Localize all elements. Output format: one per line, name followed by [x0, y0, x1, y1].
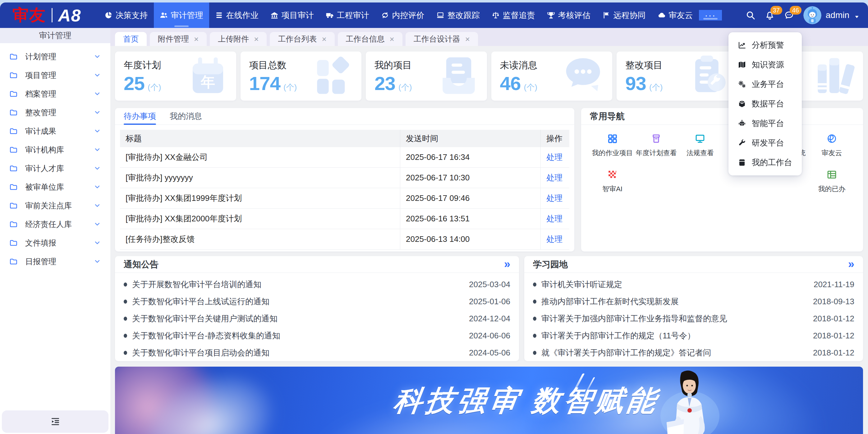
stat-card-0[interactable]: 年度计划25(个)年 [115, 52, 236, 101]
notification-bell-icon[interactable]: 37 [765, 10, 775, 20]
tab-2[interactable]: 上传附件× [210, 32, 267, 46]
quick-nav-item-6[interactable]: 智审AI [590, 169, 634, 194]
close-icon[interactable]: × [390, 35, 394, 43]
dropdown-item-chart-line[interactable]: 分析预警 [728, 35, 802, 55]
notice-more-button[interactable]: » [504, 260, 510, 269]
list-item[interactable]: 关于数智化审计平台关键用户测试的通知2024-12-04 [124, 310, 510, 327]
list-item[interactable]: 审计署关于内部审计工作的规定（11号令）2018-01-12 [533, 327, 854, 344]
todo-tab-0[interactable]: 待办事项 [124, 108, 156, 125]
stat-value: 93 [625, 72, 646, 94]
nav-item-flag[interactable]: 远程协同 [596, 2, 652, 28]
nav-item-sync[interactable]: 内控评价 [375, 2, 430, 28]
quick-nav-item-0[interactable]: 我的作业项目 [590, 133, 634, 158]
nav-item-pie-chart[interactable]: 决策支持 [98, 2, 154, 28]
nav-item-bank[interactable]: 项目审计 [265, 2, 320, 28]
scale-icon [492, 11, 500, 19]
dropdown-item-gears[interactable]: 业务平台 [728, 74, 802, 94]
sidebar-item-8[interactable]: 审前关注点库 [0, 196, 110, 215]
sidebar-item-1[interactable]: 项目管理 [0, 66, 110, 85]
quick-nav-item-2[interactable]: 法规查看 [678, 133, 722, 158]
sidebar-item-9[interactable]: 经济责任人库 [0, 215, 110, 233]
dropdown-item-wrench[interactable]: 研发平台 [728, 133, 802, 153]
handle-link[interactable]: 处理 [546, 213, 562, 224]
laptop-icon [436, 11, 444, 19]
bullet-icon [124, 300, 127, 304]
dropdown-item-journal[interactable]: 我的工作台 [728, 153, 802, 172]
list-item[interactable]: 审计机关审计听证规定2021-11-19 [533, 276, 854, 293]
search-icon[interactable] [746, 10, 755, 20]
study-more-button[interactable]: » [848, 260, 854, 269]
top-navbar: 审友 A8 决策支持审计管理在线作业项目审计工程审计内控评价整改跟踪监督追责考核… [0, 2, 868, 28]
news-date: 2024-12-04 [469, 314, 510, 324]
table-icon [827, 169, 837, 180]
stat-card-2[interactable]: 我的项目23(个) [366, 52, 487, 101]
dropdown-item-robot[interactable]: 智能平台 [728, 113, 802, 133]
close-icon[interactable]: × [322, 35, 326, 43]
list-item[interactable]: 关于数智化审计平台项目启动会的通知2024-05-06 [124, 344, 510, 361]
stat-card-1[interactable]: 项目总数174(个) [241, 52, 362, 101]
user-menu[interactable]: admin [803, 6, 860, 24]
dropdown-item-cube[interactable]: 数据平台 [728, 94, 802, 113]
globe-icon [827, 133, 837, 144]
stat-unit: (个) [283, 82, 297, 93]
messages-icon[interactable]: 46 [784, 10, 794, 20]
list-item[interactable]: 推动内部审计工作在新时代实现新发展2018-09-13 [533, 293, 854, 310]
stat-card-4[interactable]: 整改项目93(个) [617, 52, 738, 101]
quick-nav-item-5[interactable]: 审友云 [810, 133, 854, 158]
handle-link[interactable]: 处理 [546, 193, 562, 204]
sidebar-item-0[interactable]: 计划管理 [0, 47, 110, 66]
sidebar-item-5[interactable]: 审计机构库 [0, 140, 110, 159]
sidebar-item-3[interactable]: 整改管理 [0, 103, 110, 122]
sidebar-collapse-button[interactable] [2, 410, 108, 433]
nav-item-cloud[interactable]: 审友云 [652, 2, 699, 28]
journal-icon [738, 158, 746, 167]
nav-item-scale[interactable]: 监督追责 [486, 2, 541, 28]
tab-4[interactable]: 工作台信息× [338, 32, 402, 46]
handle-link[interactable]: 处理 [546, 152, 562, 163]
list-item[interactable]: 关于数智化审计平台上线试运行的通知2025-01-06 [124, 293, 510, 310]
close-icon[interactable]: × [194, 35, 198, 43]
nav-item-trophy[interactable]: 考核评估 [541, 2, 596, 28]
sidebar-item-2[interactable]: 档案管理 [0, 85, 110, 103]
nav-item-label: 审友云 [669, 10, 693, 21]
handle-link[interactable]: 处理 [546, 234, 562, 245]
dropdown-item-map[interactable]: 知识资源 [728, 55, 802, 74]
nav-item-list[interactable]: 在线作业 [209, 2, 265, 28]
stat-unit: (个) [398, 82, 412, 93]
nav-item-label: 内控评价 [392, 10, 425, 21]
bullet-icon [533, 300, 536, 304]
nav-item-users[interactable]: 审计管理 [154, 2, 209, 28]
sidebar-item-4[interactable]: 审计成果 [0, 122, 110, 140]
tab-0[interactable]: 首页 [115, 32, 147, 46]
quick-nav-item-7[interactable]: 我的已办 [810, 169, 854, 194]
tab-1[interactable]: 附件管理× [150, 32, 207, 46]
sidebar-item-11[interactable]: 日报管理 [0, 252, 110, 271]
stat-card-3[interactable]: 未读消息46(个) [491, 52, 613, 101]
quick-nav-item-1[interactable]: 年度计划查看 [634, 133, 678, 158]
nav-item-laptop[interactable]: 整改跟踪 [430, 2, 486, 28]
sidebar-item-6[interactable]: 审计人才库 [0, 159, 110, 177]
sidebar-item-label: 审计人才库 [25, 163, 94, 173]
more-menu-button[interactable]: ··· [699, 10, 722, 21]
truck-icon [326, 11, 334, 19]
folder-icon [9, 71, 18, 79]
sidebar-item-7[interactable]: 被审单位库 [0, 177, 110, 196]
close-icon[interactable]: × [254, 35, 258, 43]
sidebar-title: 审计管理 [0, 28, 110, 43]
list-item[interactable]: 关于数智化审计平台-静态资料收集的通知2024-06-06 [124, 327, 510, 344]
tab-5[interactable]: 工作台设计器× [406, 32, 478, 46]
handle-link[interactable]: 处理 [546, 172, 562, 183]
list-item[interactable]: 审计署关于加强内部审计工作业务指导和监督的意见2018-01-12 [533, 310, 854, 327]
nav-item-truck[interactable]: 工程审计 [320, 2, 375, 28]
todo-title-cell: [审批待办] yyyyyyy [120, 168, 400, 188]
sidebar-item-10[interactable]: 文件填报 [0, 233, 110, 252]
tab-3[interactable]: 工作台列表× [270, 32, 334, 46]
trophy-icon [547, 11, 555, 19]
list-item[interactable]: 就《审计署关于内部审计工作的规定》答记者问2018-01-12 [533, 344, 854, 361]
todo-tab-1[interactable]: 我的消息 [170, 108, 202, 125]
chevron-down-icon [94, 165, 101, 172]
close-icon[interactable]: × [465, 35, 470, 43]
todo-table: 标题发送时间操作 [审批待办] XX金融公司2025-06-17 16:34处理… [120, 130, 569, 249]
list-item[interactable]: 关于开展数智化审计平台培训的通知2025-03-04 [124, 276, 510, 293]
news-date: 2025-01-06 [469, 297, 510, 306]
